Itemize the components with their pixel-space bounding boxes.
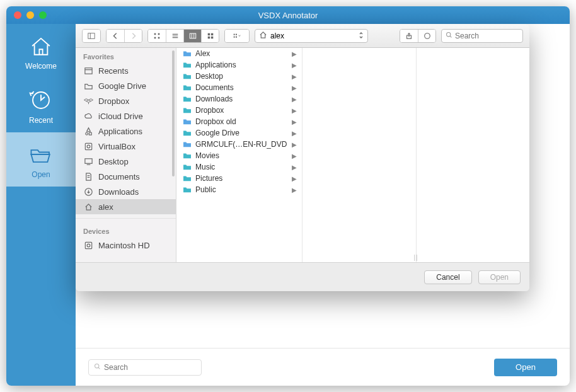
sidebar-item-dropbox[interactable]: Dropbox <box>76 93 176 108</box>
view-gallery-button[interactable] <box>201 30 219 42</box>
sidebar-item-recents[interactable]: Recents <box>76 63 176 78</box>
forward-button[interactable] <box>124 30 142 42</box>
file-column-empty <box>302 48 417 262</box>
bottom-bar: Open <box>76 348 570 386</box>
file-item[interactable]: Documents▶ <box>176 82 302 93</box>
svg-rect-5 <box>154 37 156 38</box>
folder-icon <box>183 141 192 148</box>
recents-icon <box>83 66 93 76</box>
home-small-icon <box>259 31 267 41</box>
sidebar-scrollbar[interactable] <box>172 50 175 176</box>
minimize-window-button[interactable] <box>26 11 34 19</box>
file-item[interactable]: Google Drive▶ <box>176 127 302 139</box>
file-item[interactable]: Downloads▶ <box>176 93 302 105</box>
dialog-search[interactable] <box>441 29 523 43</box>
file-item[interactable]: Public▶ <box>176 184 302 195</box>
nav-buttons <box>106 29 142 43</box>
file-item-label: GRMCULF(…EN-RU_DVD <box>195 140 287 149</box>
file-item-label: Desktop <box>195 72 223 81</box>
folder-open-icon <box>28 142 54 166</box>
sidebar-item-alex[interactable]: alex <box>76 199 176 214</box>
svg-rect-36 <box>85 242 91 248</box>
close-window-button[interactable] <box>14 11 21 19</box>
chevron-right-icon: ▶ <box>292 62 297 69</box>
rail-item-open[interactable]: Open <box>6 132 76 187</box>
svg-rect-13 <box>207 33 209 35</box>
svg-rect-10 <box>190 33 195 38</box>
sidebar-item-documents[interactable]: Documents <box>76 169 176 184</box>
back-button[interactable] <box>107 30 124 42</box>
sidebar-item-desktop[interactable]: Desktop <box>76 154 176 169</box>
path-dropdown[interactable]: alex <box>255 29 368 43</box>
view-list-button[interactable] <box>166 30 183 42</box>
rail-label: Recent <box>29 116 53 125</box>
main-search-input[interactable] <box>104 363 196 372</box>
svg-rect-25 <box>84 67 91 73</box>
sidebar-section-header: Devices <box>76 222 176 238</box>
cancel-button[interactable]: Cancel <box>424 270 471 284</box>
rail-item-recent[interactable]: Recent <box>6 78 76 132</box>
chevron-right-icon: ▶ <box>292 130 297 137</box>
chevron-right-icon: ▶ <box>292 84 297 91</box>
titlebar[interactable]: VSDX Annotator <box>6 6 570 24</box>
file-item[interactable]: Desktop▶ <box>176 71 302 82</box>
document-icon <box>83 171 93 182</box>
file-item[interactable]: Applications▶ <box>176 59 302 71</box>
view-icons-button[interactable] <box>148 30 166 42</box>
home-icon <box>28 34 54 58</box>
path-label: alex <box>270 32 284 40</box>
file-item[interactable]: Movies▶ <box>176 150 302 161</box>
maximize-window-button[interactable] <box>39 11 47 19</box>
svg-point-23 <box>447 32 451 36</box>
file-item[interactable]: Dropbox▶ <box>176 105 302 116</box>
column-resize-handle[interactable]: || <box>414 254 418 261</box>
share-button[interactable] <box>400 30 418 42</box>
disk-icon <box>83 141 93 151</box>
dialog-body: FavoritesRecentsGoogle DriveDropboxiClou… <box>76 48 529 262</box>
sidebar-item-virtualbox[interactable]: VirtualBox <box>76 139 176 154</box>
folder-icon <box>183 84 192 91</box>
sidebar-item-macintosh-hd[interactable]: Macintosh HD <box>76 238 176 253</box>
sidebar-toggle-button[interactable] <box>83 30 100 42</box>
sidebar-item-label: Applications <box>98 127 142 136</box>
view-mode-group <box>147 29 219 43</box>
svg-rect-29 <box>85 143 91 149</box>
sidebar-item-icloud-drive[interactable]: iCloud Drive <box>76 108 176 124</box>
sidebar-toggle-group <box>82 29 101 43</box>
file-item[interactable]: Alex▶ <box>176 48 302 59</box>
file-item[interactable]: Music▶ <box>176 161 302 173</box>
tags-button[interactable] <box>418 30 435 42</box>
folder-icon <box>183 175 192 182</box>
sidebar-item-applications[interactable]: Applications <box>76 124 176 139</box>
group-menu <box>224 29 250 43</box>
main-open-button[interactable]: Open <box>494 359 557 376</box>
dialog-search-input[interactable] <box>455 32 519 40</box>
file-item[interactable]: Pictures▶ <box>176 173 302 184</box>
main-search[interactable] <box>88 359 202 376</box>
folder-icon <box>183 186 192 193</box>
file-item[interactable]: GRMCULF(…EN-RU_DVD▶ <box>176 139 302 150</box>
search-icon <box>94 363 101 372</box>
svg-rect-19 <box>234 36 235 37</box>
group-button[interactable] <box>225 30 249 42</box>
file-item-label: Music <box>195 163 215 171</box>
file-item-label: Applications <box>195 61 236 69</box>
file-item-label: Pictures <box>195 174 222 183</box>
left-rail: Welcome Recent Open <box>6 24 76 386</box>
sidebar-item-label: iCloud Drive <box>98 112 143 121</box>
sidebar-item-google-drive[interactable]: Google Drive <box>76 78 176 93</box>
view-columns-button[interactable] <box>183 30 201 42</box>
home-small-icon <box>83 202 93 212</box>
file-item[interactable]: Dropbox old▶ <box>176 116 302 127</box>
chevron-right-icon: ▶ <box>292 118 297 125</box>
svg-rect-14 <box>210 33 212 35</box>
chevron-right-icon: ▶ <box>292 164 297 171</box>
content-top: alex <box>76 24 570 348</box>
dialog-sidebar: FavoritesRecentsGoogle DriveDropboxiClou… <box>76 48 176 262</box>
open-button[interactable]: Open <box>478 270 521 284</box>
sidebar-item-label: Documents <box>98 172 140 182</box>
chevron-right-icon: ▶ <box>292 141 297 148</box>
rail-item-welcome[interactable]: Welcome <box>6 24 76 78</box>
svg-point-38 <box>95 364 99 367</box>
sidebar-item-downloads[interactable]: Downloads <box>76 184 176 199</box>
